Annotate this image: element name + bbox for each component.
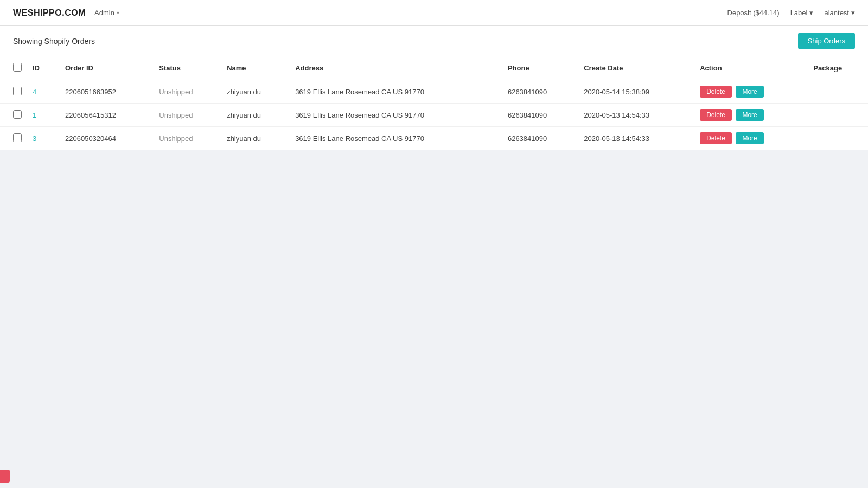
more-button-1[interactable]: More bbox=[736, 109, 763, 121]
row-package-cell bbox=[808, 80, 868, 104]
more-button-2[interactable]: More bbox=[736, 132, 763, 144]
label-dropdown[interactable]: Label ▾ bbox=[790, 9, 814, 17]
header-name: Name bbox=[221, 56, 290, 80]
row-name: zhiyuan du bbox=[221, 104, 290, 127]
row-checkbox-cell bbox=[0, 104, 27, 127]
header-package: Package bbox=[808, 56, 868, 80]
delete-button-2[interactable]: Delete bbox=[700, 132, 732, 144]
row-address: 3619 Ellis Lane Rosemead CA US 91770 bbox=[290, 104, 502, 127]
row-create-date: 2020-05-13 14:54:33 bbox=[578, 127, 694, 150]
row-checkbox-cell bbox=[0, 127, 27, 150]
label-caret-icon: ▾ bbox=[809, 9, 813, 17]
row-checkbox-cell bbox=[0, 80, 27, 104]
more-button-0[interactable]: More bbox=[736, 86, 763, 98]
delete-button-0[interactable]: Delete bbox=[700, 86, 732, 98]
navbar-left: WESHIPPO.COM Admin ▾ bbox=[13, 8, 119, 18]
table-row: 3 2206050320464 Unshipped zhiyuan du 361… bbox=[0, 127, 868, 150]
row-checkbox-1[interactable] bbox=[13, 110, 22, 119]
admin-label: Admin bbox=[94, 9, 114, 17]
row-package-cell bbox=[808, 127, 868, 150]
navbar-right: Deposit ($44.14) Label ▾ alantest ▾ bbox=[727, 9, 855, 17]
admin-caret-icon: ▾ bbox=[117, 10, 119, 16]
header-address: Address bbox=[290, 56, 502, 80]
row-status: Unshipped bbox=[154, 127, 221, 150]
row-action-cell: Delete More bbox=[694, 80, 808, 104]
ship-orders-button[interactable]: Ship Orders bbox=[798, 33, 855, 49]
header-phone: Phone bbox=[502, 56, 578, 80]
row-status: Unshipped bbox=[154, 80, 221, 104]
user-dropdown[interactable]: alantest ▾ bbox=[824, 9, 855, 17]
row-name: zhiyuan du bbox=[221, 127, 290, 150]
row-order-id: 2206051663952 bbox=[60, 80, 154, 104]
row-address: 3619 Ellis Lane Rosemead CA US 91770 bbox=[290, 80, 502, 104]
navbar: WESHIPPO.COM Admin ▾ Deposit ($44.14) La… bbox=[0, 0, 868, 26]
row-action-cell: Delete More bbox=[694, 104, 808, 127]
row-phone: 6263841090 bbox=[502, 127, 578, 150]
header-create-date: Create Date bbox=[578, 56, 694, 80]
row-address: 3619 Ellis Lane Rosemead CA US 91770 bbox=[290, 127, 502, 150]
select-all-checkbox[interactable] bbox=[13, 63, 22, 72]
row-order-id: 2206050320464 bbox=[60, 127, 154, 150]
row-create-date: 2020-05-13 14:54:33 bbox=[578, 104, 694, 127]
orders-table: ID Order ID Status Name Address Phone bbox=[0, 56, 868, 150]
row-phone: 6263841090 bbox=[502, 80, 578, 104]
deposit-link[interactable]: Deposit ($44.14) bbox=[727, 9, 780, 17]
row-id: 1 bbox=[27, 104, 60, 127]
row-id: 4 bbox=[27, 80, 60, 104]
user-caret-icon: ▾ bbox=[851, 9, 855, 17]
table-row: 1 2206056415312 Unshipped zhiyuan du 361… bbox=[0, 104, 868, 127]
header-status: Status bbox=[154, 56, 221, 80]
header-id: ID bbox=[27, 56, 60, 80]
row-phone: 6263841090 bbox=[502, 104, 578, 127]
orders-title: Showing Shopify Orders bbox=[13, 37, 95, 46]
delete-button-1[interactable]: Delete bbox=[700, 109, 732, 121]
row-package-cell bbox=[808, 104, 868, 127]
row-name: zhiyuan du bbox=[221, 80, 290, 104]
row-action-cell: Delete More bbox=[694, 127, 808, 150]
row-order-id: 2206056415312 bbox=[60, 104, 154, 127]
table-header-row: ID Order ID Status Name Address Phone bbox=[0, 56, 868, 80]
row-status: Unshipped bbox=[154, 104, 221, 127]
row-id: 3 bbox=[27, 127, 60, 150]
admin-dropdown[interactable]: Admin ▾ bbox=[94, 9, 119, 17]
row-create-date: 2020-05-14 15:38:09 bbox=[578, 80, 694, 104]
header-checkbox-cell bbox=[0, 56, 27, 80]
header-action: Action bbox=[694, 56, 808, 80]
table-row: 4 2206051663952 Unshipped zhiyuan du 361… bbox=[0, 80, 868, 104]
row-checkbox-0[interactable] bbox=[13, 87, 22, 95]
row-checkbox-2[interactable] bbox=[13, 133, 22, 142]
label-nav-text: Label bbox=[790, 9, 808, 17]
brand-logo: WESHIPPO.COM bbox=[13, 8, 86, 18]
table-body: 4 2206051663952 Unshipped zhiyuan du 361… bbox=[0, 80, 868, 150]
toolbar: Showing Shopify Orders Ship Orders bbox=[0, 26, 868, 56]
header-order-id: Order ID bbox=[60, 56, 154, 80]
orders-table-container: ID Order ID Status Name Address Phone bbox=[0, 56, 868, 150]
user-nav-text: alantest bbox=[824, 9, 849, 17]
